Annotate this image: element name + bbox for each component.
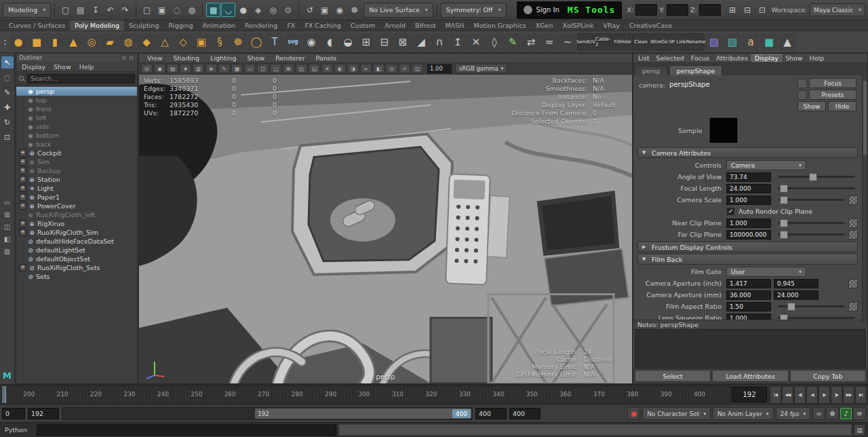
colorspace-dropdown[interactable]: sRGB gamma	[455, 64, 507, 73]
near-clip-plane-slider[interactable]	[778, 222, 844, 224]
texture-map-button[interactable]	[848, 302, 858, 311]
shelf-tab-curves-surfaces[interactable]: Curves / Surfaces	[4, 22, 70, 29]
expand-icon[interactable]: +	[19, 176, 26, 183]
auto-key-icon[interactable]: ●	[627, 407, 640, 420]
bridge-icon[interactable]: ∩	[431, 33, 448, 51]
shelf-tab-sculpting[interactable]: Sculpting	[124, 22, 163, 29]
outliner-item-back[interactable]: ◉back	[16, 140, 137, 149]
aperture-mm-h-field[interactable]: 36.000	[726, 290, 771, 300]
slider-handle[interactable]	[780, 219, 788, 227]
resolution-gate-icon[interactable]: ◻	[257, 64, 269, 73]
outliner-item-sets[interactable]: ⊘Sets	[16, 272, 137, 281]
search-input[interactable]	[27, 74, 135, 83]
shelf-tab-vray[interactable]: VRay	[599, 22, 625, 29]
quad-draw-icon[interactable]: ✎	[504, 33, 521, 51]
slider-handle[interactable]	[809, 173, 817, 181]
near-clip-plane-field[interactable]: 1.000	[726, 218, 771, 228]
pin-icon[interactable]	[797, 79, 807, 88]
expand-icon[interactable]: +	[19, 167, 26, 174]
boolean-union-icon[interactable]: ◉	[302, 33, 320, 51]
poly-disc-icon[interactable]: ◍	[119, 33, 137, 51]
shelf-tab-poly-modeling[interactable]: Poly Modeling	[70, 20, 124, 31]
animation-preferences-icon[interactable]: ≡	[853, 407, 866, 420]
shelf-tab-creativecase[interactable]: CreativeCase	[625, 22, 677, 29]
image-plane-icon[interactable]: ▥	[193, 64, 204, 73]
film-aspect-ratio-field[interactable]: 1.50	[726, 302, 771, 311]
field-chart-icon[interactable]: ⊞	[283, 64, 294, 73]
shelf-tab-arnold[interactable]: Arnold	[380, 22, 410, 29]
safe-action-icon[interactable]: ◰	[296, 64, 307, 73]
wire-cube-teal-icon[interactable]: ▧	[724, 33, 741, 51]
shelf-tab-custom[interactable]: Custom	[346, 22, 380, 29]
outliner-item-persp[interactable]: ◉persp	[16, 87, 137, 96]
lens-squeeze-ratio-field[interactable]: 1.000	[726, 314, 771, 320]
outliner-item-top[interactable]: ◉top	[16, 96, 137, 104]
undo-icon[interactable]: ↶	[103, 3, 117, 17]
render-settings-icon[interactable]: ☸	[347, 3, 361, 17]
animation-start-field[interactable]: 0	[2, 408, 25, 419]
bookmark-icon[interactable]: ★	[180, 64, 191, 73]
slider-handle[interactable]	[780, 196, 788, 204]
texture-map-button[interactable]	[848, 218, 858, 228]
type-tool-icon[interactable]: T	[266, 33, 283, 51]
film-gate-icon[interactable]: ▭	[244, 64, 256, 73]
menu-display[interactable]: Display	[18, 63, 50, 71]
range-slider[interactable]: 192 400	[62, 407, 473, 420]
workspace-dropdown[interactable]: Maya Classic	[810, 3, 865, 16]
select-object-icon[interactable]: ▣	[155, 3, 169, 17]
poly-plane-icon[interactable]: ▰	[101, 33, 119, 51]
texture-map-button[interactable]	[848, 279, 858, 288]
presets-icon[interactable]	[797, 90, 807, 100]
shadows-icon[interactable]: ◐	[334, 64, 346, 73]
fillhole-icon[interactable]: FillHole	[614, 33, 631, 51]
tab-persp[interactable]: persp	[635, 66, 668, 75]
menu-list[interactable]: List	[635, 54, 653, 62]
menu-show[interactable]: Show	[50, 63, 75, 71]
ipr-render-icon[interactable]: ◉	[332, 3, 347, 17]
menu-display[interactable]: Display	[751, 54, 782, 62]
outliner-item-ruoxirigcloth-left[interactable]: ⊕RuoXiRigCloth_left	[16, 210, 137, 219]
single-pane-layout-icon[interactable]: ▭	[1, 197, 14, 207]
angle-of-view-field[interactable]: 73.74	[726, 172, 771, 182]
gray-cone-icon[interactable]: ▲	[778, 33, 796, 51]
slider-handle[interactable]	[787, 303, 795, 311]
select-button[interactable]: Select	[635, 370, 711, 382]
scrollbar-thumb[interactable]	[863, 81, 867, 155]
redo-icon[interactable]: ↷	[118, 3, 132, 17]
focal-length-slider[interactable]	[778, 187, 855, 189]
go-to-start-button[interactable]: |◀	[770, 386, 781, 404]
camera-scale-field[interactable]: 1.000	[726, 195, 771, 205]
focal-length-field[interactable]: 24.000	[726, 184, 771, 193]
outliner-item-side[interactable]: ◉side	[16, 122, 137, 131]
section-film-back[interactable]: Film Back	[637, 254, 858, 265]
outliner-item-backup[interactable]: +⊕Backup	[16, 166, 137, 175]
outliner-item-paper1[interactable]: +⊕Paper1	[16, 193, 137, 202]
menu-show[interactable]: Show	[782, 54, 806, 62]
copy-tab-button[interactable]: Copy Tab	[790, 370, 866, 382]
script-editor-icon[interactable]: ▤	[854, 424, 865, 436]
gamma-field[interactable]: 1.00	[427, 64, 452, 73]
rename-icon[interactable]: Rename	[687, 33, 705, 51]
outliner-item-station[interactable]: +⊕Station	[16, 175, 137, 184]
multi-cut-icon[interactable]: ✕	[467, 33, 485, 51]
fps-dropdown[interactable]: 24 fps	[776, 407, 810, 420]
camera-scale-slider[interactable]	[778, 199, 844, 201]
shelf-tab-mash[interactable]: MASH	[441, 22, 469, 29]
step-back-frame-button[interactable]: ◀|	[794, 386, 806, 404]
shelf-tab-rendering[interactable]: Rendering	[240, 22, 283, 29]
menu-renderer[interactable]: Renderer	[270, 54, 310, 62]
poly-prism-icon[interactable]: ◇	[174, 33, 192, 51]
save-scene-icon[interactable]: ↧	[88, 3, 102, 17]
snap-to-view-plane-icon[interactable]: ◎	[266, 3, 280, 17]
sound-icon[interactable]: ♪	[840, 407, 852, 420]
snap-to-grid-icon[interactable]: ▦	[206, 3, 220, 17]
panel-maximize-icon[interactable]	[128, 55, 134, 61]
command-input[interactable]	[37, 424, 336, 436]
current-frame-field[interactable]: 192	[732, 387, 767, 402]
ambient-occlusion-icon[interactable]: ◑	[347, 64, 359, 73]
smooth-icon[interactable]: ≈	[540, 33, 558, 51]
open-scene-icon[interactable]: ▤	[73, 3, 87, 17]
target-weld-icon[interactable]: ◊	[486, 33, 503, 51]
load-attributes-button[interactable]: Load Attributes	[712, 370, 788, 382]
hypershade-layout-icon[interactable]: ▥	[1, 246, 14, 256]
